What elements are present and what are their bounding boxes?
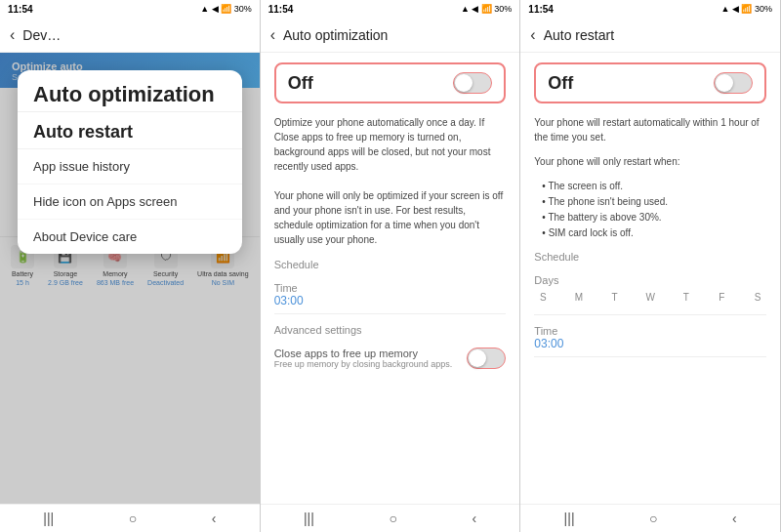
status-bar-3: 11:54 ▲ ◀ 📶 30%: [520, 0, 780, 18]
panel-2: 11:54 ▲ ◀ 📶 30% ‹ Auto optimization Off …: [261, 0, 521, 532]
status-icons-2: ▲ ◀ 📶 30%: [461, 4, 512, 14]
nav-bar-2: ||| ○ ‹: [261, 504, 520, 532]
nav-back-3[interactable]: |||: [564, 511, 575, 526]
day-F[interactable]: F: [713, 292, 730, 303]
back-button-1[interactable]: ‹: [10, 26, 15, 44]
dropdown-item-1[interactable]: Hide icon on Apps screen: [18, 184, 242, 220]
toggle-label-2: Off: [288, 73, 313, 94]
schedule-header-3: Schedule: [534, 251, 766, 263]
day-T1[interactable]: T: [606, 292, 624, 303]
back-button-3[interactable]: ‹: [530, 26, 535, 44]
top-bar-3: ‹ Auto restart: [520, 18, 780, 53]
advanced-item[interactable]: Close apps to free up memory Free up mem…: [274, 342, 507, 375]
toggle-row-2[interactable]: Off: [274, 62, 507, 103]
toggle-label-3: Off: [548, 73, 573, 94]
top-bar-1: ‹ Dev…: [0, 18, 260, 53]
time-value-2: 03:00: [274, 294, 507, 307]
toggle-row-3[interactable]: Off: [534, 62, 766, 103]
toggle-switch-3[interactable]: [714, 72, 753, 94]
status-time-1: 11:54: [8, 4, 33, 15]
nav-recent-2[interactable]: ‹: [472, 511, 476, 526]
panel1-main: Optimize auto Set a daily optimi... shap…: [0, 53, 260, 504]
time-label-2: Time: [274, 282, 507, 294]
nav-back-1[interactable]: |||: [43, 511, 54, 526]
bullet-3: SIM card lock is off.: [534, 225, 766, 241]
back-button-2[interactable]: ‹: [270, 26, 275, 44]
status-icons-1: ▲ ◀ 📶 30%: [200, 4, 251, 14]
top-bar-2: ‹ Auto optimization: [261, 18, 520, 53]
dropdown-item-2[interactable]: About Device care: [18, 220, 242, 254]
nav-home-3[interactable]: ○: [649, 511, 657, 526]
nav-recent-1[interactable]: ‹: [212, 511, 217, 526]
panel3-scroll: Off Your phone will restart automaticall…: [520, 53, 780, 504]
day-S2[interactable]: S: [749, 292, 766, 303]
day-W[interactable]: W: [641, 292, 659, 303]
days-label: Days: [534, 274, 766, 286]
bullet-2: The battery is above 30%.: [534, 210, 766, 225]
page-title-2: Auto optimization: [283, 27, 388, 43]
advanced-item-sub: Free up memory by closing background app…: [274, 359, 468, 369]
page-title-3: Auto restart: [544, 27, 614, 43]
advanced-item-label: Close apps to free up memory: [274, 348, 468, 359]
nav-recent-3[interactable]: ‹: [732, 511, 737, 526]
nav-home-1[interactable]: ○: [129, 511, 137, 526]
bullet-0: The screen is off.: [534, 179, 766, 194]
status-icons-3: ▲ ◀ 📶 30%: [721, 4, 772, 14]
panel-3: 11:54 ▲ ◀ 📶 30% ‹ Auto restart Off Your …: [520, 0, 781, 532]
page-title-1: Dev…: [22, 27, 61, 43]
day-T2[interactable]: T: [678, 292, 695, 303]
status-time-3: 11:54: [528, 4, 554, 15]
status-time-2: 11:54: [268, 4, 294, 15]
advanced-title: Advanced settings: [274, 324, 507, 336]
nav-home-2[interactable]: ○: [389, 511, 396, 526]
dropdown-section-title: Auto restart: [18, 112, 242, 149]
nav-bar-3: ||| ○ ‹: [520, 504, 780, 532]
bullet-list: The screen is off. The phone isn't being…: [534, 179, 766, 241]
status-bar-1: 11:54 ▲ ◀ 📶 30%: [0, 0, 260, 18]
time-value-3: 03:00: [534, 337, 766, 350]
panel2-scroll: Off Optimize your phone automatically on…: [261, 53, 520, 504]
days-row: S M T W T F S: [534, 286, 766, 308]
nav-bar-1: ||| ○ ‹: [0, 504, 260, 532]
time-label-3: Time: [534, 325, 766, 337]
day-M[interactable]: M: [570, 292, 588, 303]
panel-1: 11:54 ▲ ◀ 📶 30% ‹ Dev… Optimize auto Set…: [0, 0, 261, 532]
bullet-1: The phone isn't being used.: [534, 194, 766, 210]
advanced-toggle[interactable]: [467, 348, 506, 369]
advanced-section: Advanced settings Close apps to free up …: [274, 324, 507, 375]
status-bar-2: 11:54 ▲ ◀ 📶 30%: [261, 0, 520, 18]
advanced-item-text: Close apps to free up memory Free up mem…: [274, 348, 468, 369]
description-text-2: Optimize your phone automatically once a…: [274, 115, 507, 247]
dropdown-card: Auto optimization Auto restart App issue…: [18, 70, 242, 254]
toggle-switch-2[interactable]: [453, 72, 492, 94]
days-row-container[interactable]: Days S M T W T F S: [534, 268, 766, 315]
time-row-3[interactable]: Time 03:00: [534, 319, 766, 357]
nav-back-2[interactable]: |||: [304, 511, 314, 526]
day-S1[interactable]: S: [534, 292, 552, 303]
restart-desc2: Your phone will only restart when:: [534, 154, 766, 169]
restart-desc1: Your phone will restart automatically wi…: [534, 115, 766, 144]
dropdown-main-title: Auto optimization: [18, 70, 242, 112]
schedule-header-2: Schedule: [274, 259, 507, 270]
dropdown-item-0[interactable]: App issue history: [18, 149, 242, 184]
time-row-2[interactable]: Time 03:00: [274, 276, 507, 314]
